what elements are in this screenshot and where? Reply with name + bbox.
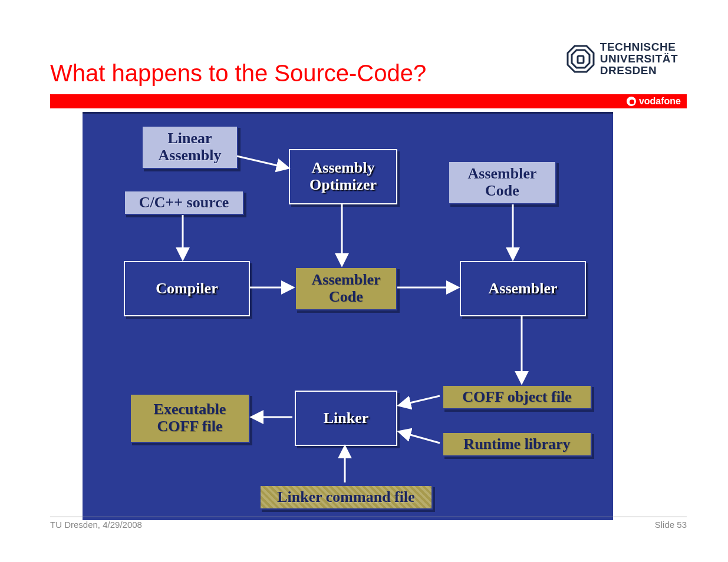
footer-right: Slide 53 [655,520,687,530]
flow-diagram: Linear Assembly Assembly Optimizer Assem… [83,112,613,520]
svg-line-10 [400,396,440,405]
svg-rect-2 [578,56,584,63]
node-executable-coff: Executable COFF file [130,394,250,443]
node-assembly-optimizer: Assembly Optimizer [289,149,397,204]
node-assembler-code-top: Assembler Code [448,161,556,204]
header-bar [50,94,687,108]
footer-left: TU Dresden, 4/29/2008 [50,520,142,530]
node-linker: Linker [295,391,397,446]
tud-icon [566,44,595,74]
tud-line1: TECHNISCHE [600,41,678,53]
svg-marker-1 [572,50,589,68]
vodafone-brand: vodafone [624,95,687,108]
tud-line3: DRESDEN [600,65,678,77]
node-assembler-code-mid: Assembler Code [295,267,397,310]
node-runtime-library: Runtime library [442,432,592,457]
tud-line2: UNIVERSITÄT [600,53,678,65]
node-linker-cmd: Linker command file [259,485,433,510]
svg-line-3 [237,156,288,168]
page-title: What happens to the Source-Code? [50,60,426,87]
svg-line-11 [400,432,440,443]
node-c-cpp-source: C/C++ source [124,190,244,215]
node-compiler: Compiler [124,261,250,316]
node-linear-assembly: Linear Assembly [141,125,238,169]
footer: TU Dresden, 4/29/2008 Slide 53 [50,517,687,530]
vodafone-label: vodafone [639,96,681,107]
vodafone-icon [627,97,636,106]
node-assembler: Assembler [460,261,586,316]
tud-logo: TECHNISCHE UNIVERSITÄT DRESDEN [566,41,678,77]
node-coff-object: COFF object file [442,385,592,409]
